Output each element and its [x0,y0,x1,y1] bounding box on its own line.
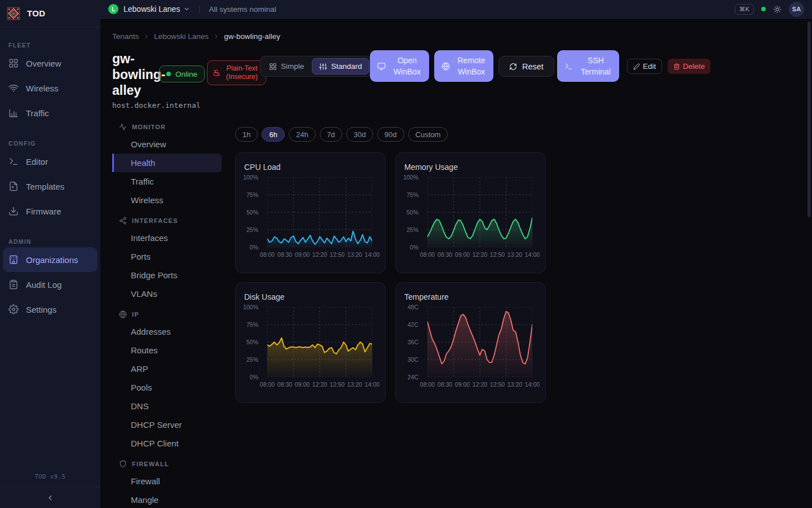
subnav-item-traffic[interactable]: Traffic [112,172,222,191]
y-tick-label: 75% [246,321,258,328]
x-tick-label: 12:20 [473,381,487,388]
file-icon [8,181,19,191]
x-tick-label: 14:00 [365,381,379,388]
subnav-item-routes[interactable]: Routes [112,341,222,360]
subnav-item-dhcp-client[interactable]: DHCP Client [112,434,222,453]
subnav-group-interfaces: INTERFACES [112,213,222,229]
time-range-custom[interactable]: Custom [408,127,448,142]
x-tick-label: 08:00 [420,381,435,388]
open-winbox-button[interactable]: Open WinBox [370,50,429,82]
sidebar-item-editor[interactable]: Editor [0,149,100,174]
remote-winbox-button[interactable]: Remote WinBox [434,50,493,82]
command-palette-shortcut[interactable]: ⌘K [735,4,754,15]
user-avatar[interactable]: SA [789,2,804,17]
sidebar-item-templates[interactable]: Templates [0,174,100,199]
y-tick-label: 100% [243,174,258,181]
status-badge-online: Online [159,65,205,82]
subnav-item-wireless[interactable]: Wireless [112,191,222,209]
subnav-item-vlans[interactable]: VLANs [112,284,222,303]
sidebar-footer: TOD v9.5 [0,473,100,508]
time-range-1h[interactable]: 1h [235,127,258,142]
mode-simple-button[interactable]: Simple [262,58,311,75]
subnav-item-health[interactable]: Health [112,154,222,172]
sidebar-item-audit-log[interactable]: Audit Log [0,272,100,297]
sidebar-item-firmware[interactable]: Firmware [0,199,100,224]
y-tick-label: 25% [407,226,418,233]
x-tick-label: 13:20 [347,251,362,258]
edit-button[interactable]: Edit [627,59,662,74]
memory-usage-chart [427,177,532,247]
clipboard-icon [8,279,19,290]
x-tick-label: 13:20 [347,381,362,388]
cpu-load-card: CPU Load 100%75%50%25%0% 08:0008:3009:00… [235,152,386,273]
subnav-item-dns[interactable]: DNS [112,397,222,415]
subnav-item-arp[interactable]: ARP [112,360,222,378]
y-tick-label: 100% [243,304,258,310]
sidebar-collapse-button[interactable] [0,487,100,508]
time-range-90d[interactable]: 90d [377,127,404,142]
subnav-item-dhcp-server[interactable]: DHCP Server [112,415,222,434]
y-tick-label: 75% [407,191,418,198]
x-tick-label: 08:30 [277,381,292,388]
chevron-right-icon [213,33,219,40]
x-tick-label: 09:00 [455,251,470,258]
y-tick-label: 0% [410,244,418,251]
globe-icon [119,310,127,318]
x-tick-label: 09:00 [455,381,470,388]
time-range-24h[interactable]: 24h [289,127,316,142]
chevron-down-icon[interactable] [183,6,190,12]
y-axis-labels: 100%75%50%25%0% [396,177,423,247]
temperature-card: Temperature 48C42C36C30C24C 08:0008:3009… [395,282,546,403]
scrollbar-thumb[interactable] [807,21,811,217]
subnav-item-firewall[interactable]: Firewall [112,472,222,491]
wifi-icon [8,83,19,93]
x-tick-label: 08:00 [260,381,275,388]
x-tick-label: 13:20 [508,381,522,388]
breadcrumb-tenants[interactable]: Tenants [112,32,139,41]
subnav-item-ports[interactable]: Ports [112,247,222,266]
x-tick-label: 08:30 [438,381,452,388]
app-logo-row[interactable]: TOD [0,0,100,27]
x-tick-label: 08:30 [438,251,452,258]
grid-icon [269,63,277,71]
tenant-selector[interactable]: Lebowski Lanes [123,5,180,14]
sidebar-item-overview[interactable]: Overview [0,51,100,76]
y-tick-label: 100% [403,174,418,181]
sidebar-item-wireless[interactable]: Wireless [0,76,100,100]
x-axis-labels: 08:0008:3009:0012:2012:5013:2014:00 [427,381,532,389]
mode-standard-button[interactable]: Standard [312,58,369,75]
subnav-item-pools[interactable]: Pools [112,378,222,397]
theme-toggle-sun-icon[interactable] [773,5,782,14]
x-tick-label: 09:00 [295,251,310,258]
ssh-terminal-button[interactable]: SSH Terminal [557,50,619,82]
sidebar-item-traffic[interactable]: Traffic [0,100,100,125]
lock-off-icon [213,69,220,76]
breadcrumb-current: gw-bowling-alley [224,32,280,41]
subnav-item-mangle[interactable]: Mangle [112,491,222,508]
subnav-item-bridge-ports[interactable]: Bridge Ports [112,266,222,284]
x-tick-label: 12:20 [312,381,327,388]
time-range-6h[interactable]: 6h [262,127,284,142]
time-range-30d[interactable]: 30d [346,127,373,142]
subnav-item-overview[interactable]: Overview [112,135,222,154]
subnav-item-interfaces[interactable]: Interfaces [112,229,222,247]
subnav-item-addresses[interactable]: Addresses [112,322,222,341]
y-tick-label: 42C [408,321,418,328]
time-range-selector: 1h 6h 24h 7d 30d 90d Custom [235,127,546,142]
sidebar-section-fleet: FLEET [0,42,100,49]
y-tick-label: 50% [246,209,258,216]
memory-usage-card: Memory Usage 100%75%50%25%0% 08:0008:300… [395,152,546,273]
sidebar-item-settings[interactable]: Settings [0,297,100,322]
x-tick-label: 12:50 [490,381,505,388]
device-subnav: MONITOR Overview Health Traffic Wireless… [112,116,222,508]
sidebar-item-organizations[interactable]: Organizations [3,247,98,272]
y-tick-label: 0% [250,374,258,380]
breadcrumb-tenant[interactable]: Lebowski Lanes [154,32,209,41]
shield-icon [119,460,127,468]
reset-button[interactable]: Reset [498,56,554,77]
delete-button[interactable]: Delete [668,59,710,74]
time-range-7d[interactable]: 7d [320,127,342,142]
sidebar-section-config: CONFIG [0,140,100,147]
app-title: TOD [27,8,46,18]
topbar-divider [199,5,200,14]
